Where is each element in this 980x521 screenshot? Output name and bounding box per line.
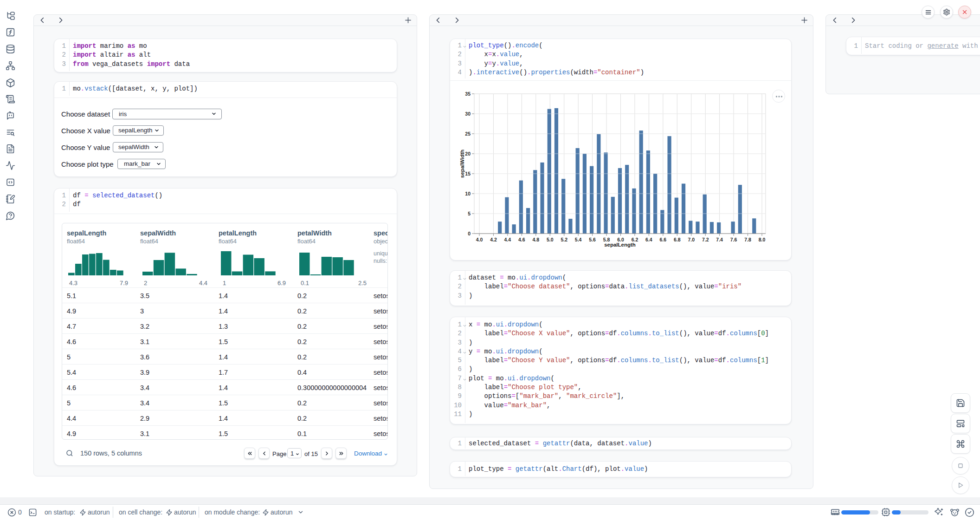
svg-text:7.0: 7.0 bbox=[688, 237, 695, 242]
svg-text:0: 0 bbox=[468, 231, 471, 236]
svg-text:7.8: 7.8 bbox=[744, 237, 751, 242]
svg-text:6.4: 6.4 bbox=[645, 237, 652, 242]
svg-text:5.6: 5.6 bbox=[589, 237, 596, 242]
svg-text:5: 5 bbox=[468, 211, 471, 216]
svg-text:10: 10 bbox=[465, 191, 471, 196]
svg-text:5.4: 5.4 bbox=[575, 237, 582, 242]
svg-text:35: 35 bbox=[465, 91, 471, 97]
svg-text:4.2: 4.2 bbox=[490, 237, 497, 242]
svg-text:20: 20 bbox=[465, 151, 471, 156]
svg-text:4.0: 4.0 bbox=[476, 237, 483, 242]
svg-text:7.4: 7.4 bbox=[716, 237, 723, 242]
svg-text:sepalLength: sepalLength bbox=[604, 242, 636, 247]
svg-text:15: 15 bbox=[465, 171, 471, 176]
svg-text:sepalWidth: sepalWidth bbox=[459, 150, 465, 178]
svg-text:6.8: 6.8 bbox=[674, 237, 681, 242]
svg-text:30: 30 bbox=[465, 111, 471, 117]
svg-text:6.6: 6.6 bbox=[660, 237, 667, 242]
svg-text:4.8: 4.8 bbox=[532, 237, 539, 242]
svg-text:8.0: 8.0 bbox=[759, 237, 766, 242]
svg-text:5.2: 5.2 bbox=[561, 237, 567, 242]
svg-text:7.6: 7.6 bbox=[730, 237, 737, 242]
svg-text:4.6: 4.6 bbox=[518, 237, 525, 242]
svg-text:4.4: 4.4 bbox=[504, 237, 511, 242]
svg-text:7.2: 7.2 bbox=[702, 237, 709, 242]
svg-text:25: 25 bbox=[465, 131, 471, 137]
svg-text:5.0: 5.0 bbox=[547, 237, 554, 242]
